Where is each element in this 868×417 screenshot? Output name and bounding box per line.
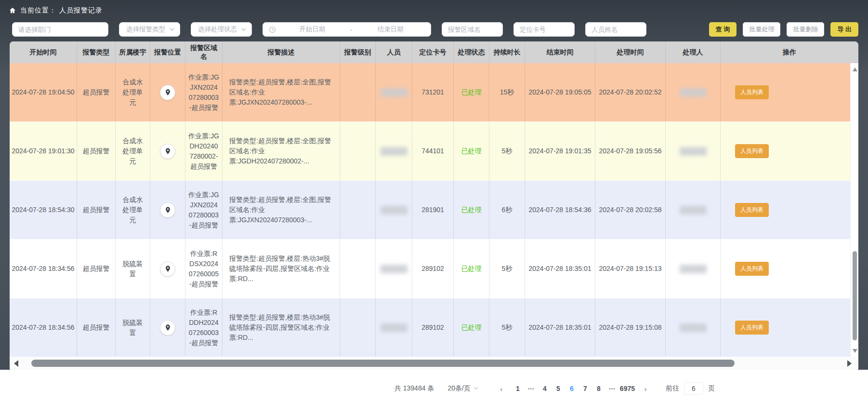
cell-status: 已处理 bbox=[454, 122, 489, 180]
status-placeholder: 选择处理状态 bbox=[198, 25, 237, 34]
cell-alarm-location bbox=[150, 63, 185, 121]
breadcrumb-bar: 当前位置： 人员报警记录 bbox=[0, 0, 868, 16]
scroll-up-arrow-icon[interactable] bbox=[853, 67, 857, 71]
batch-delete-button[interactable]: 批量删除 bbox=[787, 22, 824, 37]
card-number-input[interactable] bbox=[514, 23, 574, 36]
table-row: 2024-07-28 18:34:56 超员报警 脱硫装置 作业票:RDDH20… bbox=[10, 298, 850, 357]
cell-end-time: 2024-07-28 18:35:01 bbox=[525, 240, 595, 298]
column-header: 处理时间 bbox=[595, 41, 666, 63]
cell-card-number: 744101 bbox=[412, 122, 454, 180]
cell-status: 已处理 bbox=[454, 63, 489, 121]
date-range-picker[interactable]: 开始日期 - 结束日期 bbox=[263, 22, 431, 37]
location-pin-icon[interactable] bbox=[160, 85, 175, 100]
column-header: 报警位置 bbox=[150, 41, 185, 63]
cell-end-time: 2024-07-28 19:01:35 bbox=[525, 122, 595, 180]
person-list-button[interactable]: 人员列表 bbox=[735, 85, 769, 99]
cell-status: 已处理 bbox=[454, 298, 489, 357]
cell-person bbox=[376, 240, 412, 298]
cell-card-number: 281901 bbox=[412, 181, 454, 239]
query-button[interactable]: 查 询 bbox=[709, 22, 737, 37]
area-name-input[interactable] bbox=[442, 23, 502, 36]
scroll-right-arrow-icon[interactable] bbox=[847, 360, 852, 367]
page-ellipsis[interactable]: ••• bbox=[605, 385, 619, 392]
alarm-records-table: 开始时间报警类型所属楼宇报警位置报警区域名报警描述报警级别人员定位卡号处理状态持… bbox=[10, 41, 858, 370]
department-select[interactable] bbox=[12, 22, 108, 37]
person-list-button[interactable]: 人员列表 bbox=[735, 203, 769, 217]
column-header: 所属楼宇 bbox=[116, 41, 150, 63]
table-row: 2024-07-28 19:01:30 超员报警 合成水处理单元 作业票:JGD… bbox=[10, 122, 850, 181]
person-name-field[interactable] bbox=[585, 22, 646, 37]
card-number-field[interactable] bbox=[513, 22, 575, 37]
page-number-6975[interactable]: 6975 bbox=[619, 384, 636, 393]
horizontal-scrollbar[interactable] bbox=[10, 357, 858, 370]
location-pin-icon[interactable] bbox=[160, 202, 175, 218]
cell-building: 合成水处理单元 bbox=[116, 181, 150, 239]
person-list-button[interactable]: 人员列表 bbox=[735, 321, 769, 335]
scroll-down-arrow-icon[interactable] bbox=[853, 349, 857, 353]
footer: 共 139484 条 20条/页 ‹ 1•••45678•••6975 › 前往… bbox=[0, 370, 868, 417]
page-number-4[interactable]: 4 bbox=[538, 384, 552, 393]
cell-alarm-type: 超员报警 bbox=[77, 122, 116, 180]
cell-handler bbox=[666, 122, 721, 180]
chevron-down-icon bbox=[473, 386, 479, 391]
page-number-8[interactable]: 8 bbox=[592, 384, 605, 393]
cell-area-name: 作业票:JGDH202407280002-超员报警 bbox=[185, 122, 223, 180]
column-header: 报警类型 bbox=[77, 41, 116, 63]
cell-person bbox=[376, 63, 412, 121]
cell-duration: 5秒 bbox=[489, 122, 525, 180]
cell-duration: 5秒 bbox=[489, 298, 525, 357]
start-date-field[interactable]: 开始日期 bbox=[278, 25, 347, 34]
cell-alarm-location bbox=[150, 240, 185, 298]
prev-page-button[interactable]: ‹ bbox=[495, 385, 508, 393]
column-header: 定位卡号 bbox=[412, 41, 454, 63]
cell-description: 报警类型:超员报警,楼层:热动3#脱硫塔除雾段-四层,报警区域名:作业票:RD.… bbox=[223, 298, 340, 357]
location-pin-icon[interactable] bbox=[160, 261, 175, 277]
page-size-select[interactable]: 20条/页 bbox=[447, 384, 479, 393]
location-pin-icon[interactable] bbox=[160, 320, 175, 336]
person-list-button[interactable]: 人员列表 bbox=[735, 144, 769, 158]
cell-building: 合成水处理单元 bbox=[116, 63, 150, 121]
page-list: 1•••45678•••6975 bbox=[511, 384, 636, 393]
alarm-type-select[interactable]: 选择报警类型 bbox=[119, 22, 180, 37]
column-header: 开始时间 bbox=[10, 41, 77, 63]
cell-alarm-level bbox=[340, 240, 376, 298]
cell-area-name: 作业票:RDSX202407260005-超员报警 bbox=[185, 240, 223, 298]
location-pin-icon[interactable] bbox=[160, 144, 175, 159]
vertical-scrollbar[interactable] bbox=[850, 63, 858, 357]
person-list-button[interactable]: 人员列表 bbox=[735, 262, 769, 276]
scroll-left-arrow-icon[interactable] bbox=[14, 360, 18, 367]
cell-description: 报警类型:超员报警,楼层:全图,报警区域名:作业票:JGJXN202407280… bbox=[223, 181, 340, 239]
page-ellipsis[interactable]: ••• bbox=[525, 385, 538, 392]
page-number-7[interactable]: 7 bbox=[579, 384, 592, 393]
cell-process-time: 2024-07-28 20:02:52 bbox=[595, 63, 666, 121]
export-button[interactable]: 导 出 bbox=[830, 22, 858, 37]
end-date-field[interactable]: 结束日期 bbox=[356, 25, 425, 34]
page-number-5[interactable]: 5 bbox=[552, 384, 565, 393]
cell-alarm-type: 超员报警 bbox=[77, 298, 116, 357]
area-name-field[interactable] bbox=[442, 22, 503, 37]
cell-alarm-level bbox=[340, 63, 376, 121]
column-header: 结束时间 bbox=[525, 41, 595, 63]
goto-page-input[interactable]: 6 bbox=[684, 382, 703, 395]
redacted-person-name bbox=[381, 206, 408, 215]
table-body: 2024-07-28 19:04:50 超员报警 合成水处理单元 作业票:JGJ… bbox=[10, 63, 850, 357]
next-page-button[interactable]: › bbox=[639, 385, 652, 393]
cell-duration: 6秒 bbox=[489, 181, 525, 239]
department-input[interactable] bbox=[13, 23, 108, 36]
date-range-separator: - bbox=[347, 26, 356, 33]
cell-start-time: 2024-07-28 19:04:50 bbox=[10, 63, 77, 121]
vertical-scroll-thumb[interactable] bbox=[853, 251, 857, 340]
redacted-person-name bbox=[381, 147, 408, 156]
breadcrumb-prefix: 当前位置： bbox=[20, 6, 56, 15]
page-number-6[interactable]: 6 bbox=[565, 384, 579, 393]
status-select[interactable]: 选择处理状态 bbox=[191, 22, 252, 37]
page-number-1[interactable]: 1 bbox=[511, 384, 525, 393]
cell-description: 报警类型:超员报警,楼层:全图,报警区域名:作业票:JGDH2024072800… bbox=[223, 122, 340, 180]
home-icon[interactable] bbox=[9, 7, 16, 14]
batch-process-button[interactable]: 批量处理 bbox=[743, 22, 780, 37]
page-size-value: 20条/页 bbox=[447, 384, 470, 393]
person-name-input[interactable] bbox=[586, 23, 646, 36]
horizontal-scroll-thumb[interactable] bbox=[31, 360, 735, 367]
cell-area-name: 作业票:JGJXN202407280003-超员报警 bbox=[185, 181, 223, 239]
cell-start-time: 2024-07-28 19:01:30 bbox=[10, 122, 77, 180]
